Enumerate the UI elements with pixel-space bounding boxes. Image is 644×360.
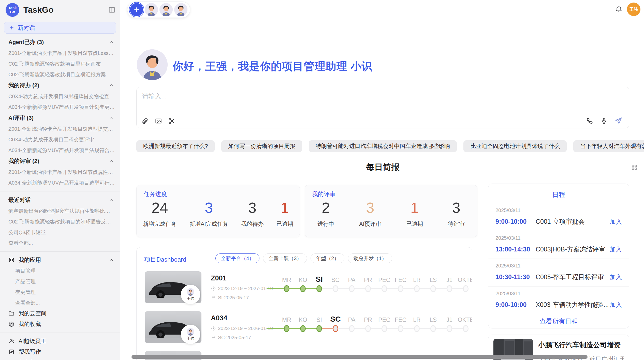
sidebar-item[interactable]: C02-飞腾新能源轻客改款项目立项汇报方案 [0, 69, 120, 80]
milestone-dot [349, 325, 355, 332]
sidebar-item-创意制图[interactable]: 创意制图 [0, 357, 120, 360]
sidebar-section-title: AI评审 (3) [8, 114, 109, 122]
session-avatar[interactable] [174, 3, 188, 17]
new-session-button[interactable] [129, 3, 144, 17]
milestone-label: PEC [376, 277, 392, 283]
milestone-dot [414, 325, 420, 332]
stat-item: 24新增完成任务 [143, 199, 177, 228]
attachment-icon[interactable] [142, 117, 149, 125]
sidebar-scroll[interactable]: Agent已办 (3)Z001-全新燃油皮卡产品开发项目SI节点Lesson L… [0, 35, 120, 360]
join-button[interactable]: 加入 [610, 301, 622, 309]
stat-item: 1已逾期 [276, 199, 293, 228]
user-avatar[interactable]: 王强 [627, 3, 640, 16]
view-all-schedule-link[interactable]: 查看所有日程 [488, 317, 629, 325]
microphone-icon[interactable] [601, 117, 608, 124]
project-name[interactable]: Z001 [211, 274, 273, 282]
sidebar-item[interactable]: C02-飞腾新能源轻客改款项目里程碑画布 [0, 58, 120, 69]
milestone-dot [284, 285, 289, 292]
project-flag-date: SI-2025-05-17 [218, 295, 249, 301]
milestone-track: MRKOSISCPAPRPECFECLRLSJ1OKTB [267, 312, 472, 336]
suggestion-chips: 欧洲新规最近颁布了什么?如何写一份清晰的项目周报特朗普可能对进口汽车增税会对中国… [136, 140, 644, 152]
suggestion-chip[interactable]: 特朗普可能对进口汽车增税会对中国车企造成哪些影响 [309, 140, 457, 152]
sidebar-section-header[interactable]: AI评审 (3) [0, 112, 120, 124]
project-date-range: 2023-12-19 ~ 2027-01-19 [218, 286, 273, 291]
sidebar-item-favorites[interactable]: 我的收藏 [0, 319, 120, 329]
milestone-dot [316, 325, 322, 332]
dashboard-tab[interactable]: 年型（2） [311, 253, 344, 263]
divider [0, 191, 120, 191]
sidebar-item[interactable]: A034-全新新能源MUV产品开发项目造型可行性评审 [0, 177, 120, 188]
sidebar-item[interactable]: 公司Q3轻卡销量 [0, 227, 120, 238]
stat-value: 3 [248, 199, 256, 216]
news-title: 小鹏飞行汽车制造公司增资 [538, 340, 624, 350]
stat-label: 我的待办 [241, 220, 264, 228]
dashboard-tab[interactable]: 全新平台（4） [215, 253, 259, 263]
message-composer[interactable]: 请输入... [136, 87, 629, 128]
sidebar-item-AI超级员工[interactable]: AI超级员工 [0, 336, 120, 347]
stat-value: 1 [281, 199, 289, 216]
scissors-icon[interactable] [168, 117, 175, 125]
horizontal-scrollbar[interactable] [131, 355, 588, 359]
sidebar-item[interactable]: A034-全新新能源MUV产品开发项目法规符合性评审 [0, 145, 120, 156]
collapse-panel-icon[interactable] [108, 6, 115, 13]
sidebar-app-item[interactable]: 变更管理 [0, 287, 120, 297]
sidebar-app-item[interactable]: 项目管理 [0, 265, 120, 276]
milestone-progress [267, 288, 319, 289]
schedule-card: 日程 2025/03/119:00-10:00C001-立项审批会加入2025/… [488, 184, 629, 328]
dashboard-tab[interactable]: 全新上装（3） [263, 253, 307, 263]
suggestion-chip[interactable]: 当下年轻人对汽车外观有怎样的喜好趋势 [573, 140, 644, 152]
notification-bell-icon[interactable] [615, 5, 623, 13]
sidebar-tool-label: AI超级员工 [19, 337, 46, 345]
new-chat-button[interactable]: 新对话 [4, 22, 116, 34]
suggestion-chip[interactable]: 比亚迪全固态电池计划具体说了什么 [463, 140, 567, 152]
my-review-card: 我的评审 2进行中3AI预评审1已逾期3待评审 [305, 185, 477, 237]
milestone-dot [447, 325, 452, 332]
send-icon[interactable] [615, 117, 622, 125]
dashboard-tab[interactable]: 动总开发（1） [348, 253, 392, 263]
sidebar-item[interactable]: Z001-全新燃油轻卡产品开发项目SI节点属性5D文件评审 [0, 167, 120, 177]
chevron-up-icon [109, 159, 114, 164]
schedule-event: 2025/03/119:00-10:00C001-立项审批会加入 [488, 203, 629, 231]
milestone-dots [267, 283, 472, 296]
sidebar-section-header[interactable]: 我的评审 (2) [0, 156, 120, 167]
schedule-event: 2025/03/119:00-10:00X003-车辆动力学性能验...加入 [488, 287, 629, 314]
join-button[interactable]: 加入 [610, 273, 622, 281]
sidebar-item-cloud[interactable]: 我的云空间 [0, 308, 120, 319]
event-date: 2025/03/11 [495, 207, 622, 213]
sidebar-item[interactable]: Z001-全新燃油轻卡产品开发项目SI造型提交物评审 [0, 124, 120, 134]
milestone-label: KO [295, 277, 311, 283]
milestone-label: MR [279, 317, 295, 323]
suggestion-chip[interactable]: 如何写一份清晰的项目周报 [221, 140, 302, 152]
milestone-dot [398, 285, 403, 292]
milestone-label: SC [327, 315, 344, 323]
sidebar-item[interactable]: C02-飞腾新能源轻客改款项目的闭环通告反馈情况 [0, 216, 120, 227]
sidebar-item[interactable]: C0X4-动力总成开发项目SI里程碑提交物检查 [0, 91, 120, 102]
sidebar-section-header[interactable]: Agent已办 (3) [0, 37, 120, 48]
sidebar-item[interactable]: A034-全新新能源MUV产品开发项目计划变更表编写 [0, 102, 120, 112]
chevron-up-icon [109, 198, 114, 203]
project-name[interactable]: A034 [211, 314, 273, 322]
briefing-layout-icon[interactable] [631, 164, 638, 171]
sidebar-section-header[interactable]: 我的待办 (2) [0, 80, 120, 91]
join-button[interactable]: 加入 [610, 245, 622, 253]
sidebar-item-my-apps[interactable]: 我的应用 [0, 255, 120, 265]
milestone-label: PA [344, 277, 360, 283]
sidebar-section-header[interactable]: 最近对话 [0, 194, 120, 206]
session-avatar[interactable] [144, 3, 158, 17]
sidebar-app-item[interactable]: 产品管理 [0, 276, 120, 287]
sidebar-item[interactable]: 查看全部... [0, 238, 120, 248]
sidebar-item[interactable]: 解释最新出台的欧盟报废车法规再生塑料比例被调至15%... [0, 206, 120, 216]
milestone-dot [316, 285, 322, 292]
suggestion-chip[interactable]: 欧洲新规最近颁布了什么? [136, 140, 215, 152]
sidebar-app-item[interactable]: 查看全部... [0, 297, 120, 308]
sidebar-item[interactable]: Z001-全新燃油皮卡产品开发项目SI节点Lesson Learn报告 [0, 48, 120, 58]
sidebar-section-title: 最近对话 [8, 196, 109, 204]
sidebar-item-帮我写作[interactable]: 帮我写作 [0, 347, 120, 357]
milestone-dot [333, 325, 338, 332]
image-upload-icon[interactable] [155, 117, 162, 125]
project-info: Z0012023-12-19 ~ 2027-01-19SI-2025-05-17 [211, 274, 273, 301]
sidebar-item[interactable]: C0X4-动力总成开发项目工程变更评审 [0, 134, 120, 145]
session-avatar[interactable] [159, 3, 173, 17]
phone-call-icon[interactable] [586, 117, 593, 124]
join-button[interactable]: 加入 [610, 218, 622, 226]
